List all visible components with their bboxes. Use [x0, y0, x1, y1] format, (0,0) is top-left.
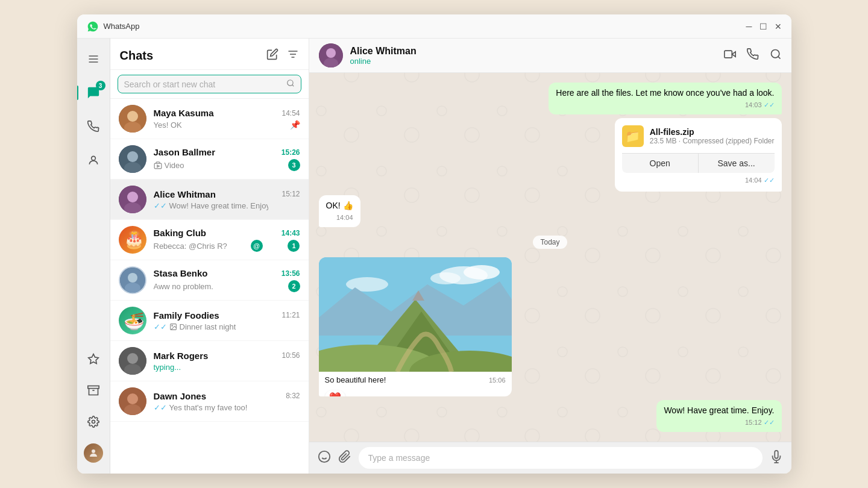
chat-time-stasa: 13:56	[281, 269, 300, 278]
heart-reaction: ❤️	[325, 390, 345, 396]
chat-panel: Alice Whitman online	[309, 39, 791, 474]
chat-info-stasa: Stasa Benko 13:56 Aww no problem. 2	[154, 268, 300, 292]
chat-info-family: Family Foodies 11:21 ✓✓ Dinner last nigh…	[154, 310, 300, 331]
app-title: WhatsApp	[104, 22, 746, 31]
ticks-m1: ✓✓	[764, 101, 775, 110]
menu-icon[interactable]	[83, 48, 104, 70]
app-window: WhatsApp ─ ☐ ✕ 3	[77, 14, 791, 474]
chat-time-jason: 15:26	[281, 148, 300, 157]
chat-preview-baking: Rebecca: @Chris R? @ 1	[154, 240, 300, 252]
chat-time-mark: 10:56	[281, 351, 300, 360]
avatar-family: 🍜	[119, 307, 146, 334]
avatar-dawn	[119, 387, 146, 415]
video-call-icon[interactable]	[724, 48, 736, 63]
avatar-mark	[119, 347, 146, 375]
close-button[interactable]: ✕	[775, 22, 782, 31]
bubble-time-m1: 14:03 ✓✓	[556, 101, 774, 110]
svg-point-17	[127, 151, 138, 162]
chat-name-alice: Alice Whitman	[154, 189, 216, 199]
chat-header-avatar[interactable]	[319, 43, 343, 67]
chat-time-maya: 14:54	[281, 109, 300, 117]
filter-icon[interactable]	[287, 48, 299, 63]
svg-text:🎂: 🎂	[124, 230, 145, 249]
communities-icon[interactable]	[83, 149, 104, 171]
chat-preview-jason: Video 3	[154, 159, 300, 171]
chat-preview-text-stasa: Aww no problem.	[154, 282, 213, 291]
svg-point-14	[127, 111, 138, 122]
new-chat-icon[interactable]	[266, 48, 278, 63]
svg-point-22	[127, 192, 138, 202]
svg-rect-5	[87, 386, 98, 389]
chats-icon[interactable]: 3	[83, 82, 104, 104]
svg-rect-42	[724, 51, 732, 58]
chat-item-maya[interactable]: Maya Kasuma 14:54 Yes! OK 📌	[110, 99, 309, 139]
maximize-button[interactable]: ☐	[760, 22, 767, 31]
chat-preview-text-baking: Rebecca: @Chris R?	[154, 242, 227, 251]
chat-item-alice[interactable]: Alice Whitman 15:12 ✓✓ Wow! Have great t…	[110, 180, 309, 220]
avatar-baking: 🎂	[119, 226, 146, 254]
chat-preview-text-jason: Video	[154, 161, 184, 170]
app-body: 3	[77, 39, 791, 474]
file-info-m2: 📁 All-files.zip 23.5 MB · Compressed (zi…	[622, 125, 775, 147]
chat-info-alice: Alice Whitman 15:12 ✓✓ Wow! Have great t…	[154, 189, 300, 210]
chat-item-dawn[interactable]: Dawn Jones 8:32 ✓✓ Yes that's my fave to…	[110, 381, 309, 422]
chat-preview-text-mark: typing...	[154, 363, 181, 372]
profile-avatar[interactable]	[83, 442, 104, 464]
chat-item-mark[interactable]: Mark Rogers 10:56 typing...	[110, 341, 309, 381]
chat-item-stasa[interactable]: Stasa Benko 13:56 Aww no problem. 2	[110, 260, 309, 301]
archived-icon[interactable]	[83, 380, 104, 401]
message-text-m6: Wow! Have great time. Enjoy.	[664, 405, 774, 415]
ticks-m6: ✓✓	[764, 418, 775, 427]
svg-point-27	[128, 273, 137, 283]
ticks-m2: ✓✓	[764, 177, 775, 184]
search-input[interactable]	[124, 80, 281, 89]
microphone-icon[interactable]	[770, 450, 783, 466]
chat-list-panel: Chats	[110, 39, 309, 474]
svg-point-46	[464, 265, 500, 280]
message-text-m1: Here are all the files. Let me know once…	[556, 88, 774, 98]
avatar-jason	[119, 145, 146, 173]
file-icon-m2: 📁	[622, 125, 644, 147]
icon-rail-bottom	[83, 348, 104, 464]
svg-point-47	[430, 272, 461, 284]
file-meta-m2: 23.5 MB · Compressed (zipped) Folder	[650, 137, 775, 145]
calls-icon[interactable]	[83, 116, 104, 137]
chat-name-family: Family Foodies	[154, 310, 219, 321]
pin-icon-maya: 📌	[290, 120, 300, 130]
attachment-icon[interactable]	[338, 450, 351, 466]
chat-item-jason[interactable]: Jason Ballmer 15:26 Video 3	[110, 139, 309, 180]
avatar-stasa	[119, 266, 146, 294]
chat-preview-text-dawn: ✓✓ Yes that's my fave too!	[154, 403, 248, 412]
message-input[interactable]	[359, 447, 763, 469]
chat-item-baking[interactable]: 🎂 Baking Club 14:43 Rebecca: @Chris R? @…	[110, 220, 309, 260]
svg-marker-41	[732, 51, 735, 56]
mention-badge-baking: @	[251, 240, 263, 252]
search-chat-icon[interactable]	[770, 48, 782, 63]
avatar-maya	[119, 105, 146, 133]
bubble-time-m3: 14:04	[326, 213, 353, 222]
reaction-area: ❤️	[319, 387, 512, 396]
message-m2: 📁 All-files.zip 23.5 MB · Compressed (zi…	[615, 118, 782, 192]
svg-point-3	[91, 156, 95, 160]
chat-time-alice: 15:12	[281, 190, 300, 198]
chat-preview-mark: typing...	[154, 363, 300, 372]
emoji-icon[interactable]	[318, 450, 331, 466]
icon-rail-top: 3	[83, 48, 104, 336]
chat-header-status: online	[350, 57, 724, 66]
message-m5: So beautiful here! 15:06 ❤️	[319, 257, 512, 396]
starred-icon[interactable]	[83, 348, 104, 370]
svg-point-48	[346, 277, 388, 292]
chats-badge: 3	[96, 81, 105, 90]
photo-caption: So beautiful here! 15:06	[319, 372, 512, 387]
settings-icon[interactable]	[83, 411, 104, 433]
chat-name-stasa: Stasa Benko	[154, 268, 208, 278]
chat-info-dawn: Dawn Jones 8:32 ✓✓ Yes that's my fave to…	[154, 391, 300, 412]
open-file-button[interactable]: Open	[622, 154, 699, 173]
voice-call-icon[interactable]	[747, 48, 759, 63]
save-as-button[interactable]: Save as...	[699, 154, 775, 173]
unread-badge-stasa: 2	[288, 280, 300, 292]
chat-item-family[interactable]: 🍜 Family Foodies 11:21 ✓✓ Dinner last ni…	[110, 301, 309, 341]
svg-point-36	[127, 393, 138, 404]
minimize-button[interactable]: ─	[746, 22, 752, 31]
svg-text:🍜: 🍜	[124, 311, 145, 331]
